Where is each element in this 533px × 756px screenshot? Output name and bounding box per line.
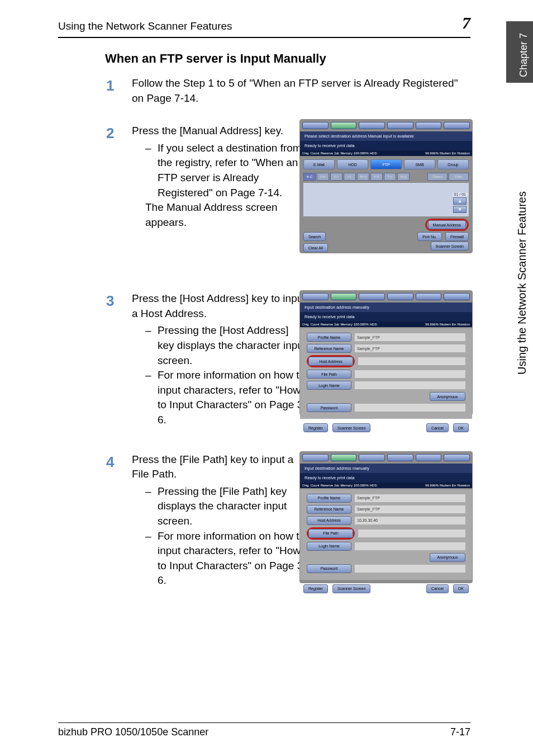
- nav-chip[interactable]: [416, 122, 442, 129]
- nav-chip[interactable]: [444, 122, 470, 129]
- nav-chip[interactable]: [359, 122, 385, 129]
- file-path-value: [355, 370, 465, 378]
- step-4-lead: Press the [File Path] key to input a Fil…: [132, 452, 306, 482]
- firewall-button[interactable]: Firewall: [445, 232, 469, 241]
- page-down-button[interactable]: ▼: [453, 206, 467, 213]
- nav-chip[interactable]: [302, 122, 329, 129]
- steps-container: 1 Follow the Step 1 to 5 of "When an FTP…: [106, 76, 469, 598]
- nav-chip[interactable]: [387, 454, 413, 461]
- page-up-button[interactable]: ▲: [453, 197, 467, 205]
- tab-smb[interactable]: SMB: [404, 159, 435, 169]
- alpha-filter[interactable]: W-Z: [397, 173, 410, 181]
- alpha-daily[interactable]: Daily: [449, 173, 469, 181]
- status-ready: Ready to receive print data: [300, 312, 472, 322]
- nav-chip[interactable]: [387, 293, 413, 300]
- alpha-filter[interactable]: M-O: [357, 173, 369, 181]
- manual-address-button[interactable]: Manual Address: [428, 220, 466, 229]
- password-button[interactable]: Password: [307, 403, 351, 412]
- alpha-filter[interactable]: D-F: [317, 173, 329, 181]
- nav-chip[interactable]: [444, 454, 470, 461]
- anonymous-button[interactable]: Anonymous: [430, 392, 465, 401]
- status-ready: Ready to receive print data: [300, 141, 472, 150]
- profile-name-value: Sample_FTP: [355, 333, 465, 341]
- nav-chip-scan[interactable]: [331, 454, 357, 461]
- register-button[interactable]: Register: [303, 423, 328, 432]
- step-4-sub1: Pressing the [File Path] key displays th…: [145, 484, 307, 529]
- cancel-button[interactable]: Cancel: [426, 423, 449, 432]
- host-address-highlight: Host Address: [307, 355, 355, 367]
- port-no-button[interactable]: Port No.: [417, 232, 442, 241]
- screenshot-header-text: Input destination address manually: [300, 303, 472, 312]
- status-item: Orig. Count: [302, 323, 320, 326]
- tab-email[interactable]: E-Mail: [303, 159, 335, 169]
- alpha-filter[interactable]: T-V: [384, 173, 396, 181]
- section-title: When an FTP server is Input Manually: [105, 51, 326, 66]
- reference-name-value: Sample_FTP: [355, 505, 465, 513]
- reference-name-button[interactable]: Reference Name: [307, 505, 351, 514]
- tab-hdd[interactable]: HDD: [337, 159, 368, 169]
- status-item: 99.996%: [425, 152, 439, 155]
- screenshot-destination-list: Please select destination address Manual…: [299, 119, 473, 253]
- reference-name-button[interactable]: Reference Name: [307, 344, 351, 353]
- tab-ftp[interactable]: FTP: [370, 159, 402, 169]
- host-address-button[interactable]: Host Address: [307, 516, 351, 525]
- scanner-screen-button[interactable]: Scanner Screen: [332, 423, 370, 432]
- nav-chip[interactable]: [359, 454, 385, 461]
- alpha-filter[interactable]: J-L: [344, 173, 356, 181]
- file-path-button[interactable]: File Path: [307, 370, 351, 379]
- ok-button[interactable]: OK: [453, 584, 469, 593]
- login-name-value: [355, 542, 465, 550]
- nav-chip[interactable]: [359, 293, 385, 300]
- profile-name-button[interactable]: Profile Name: [307, 494, 351, 503]
- profile-name-value: Sample_FTP: [355, 494, 465, 502]
- status-item: Orig. Count: [302, 484, 320, 487]
- nav-chip[interactable]: [302, 293, 329, 300]
- scanner-screen-button[interactable]: Scanner Screen: [332, 584, 370, 593]
- host-address-button[interactable]: Host Address: [308, 357, 353, 366]
- alpha-filter[interactable]: P-S: [370, 173, 383, 181]
- anonymous-button[interactable]: Anonymous: [430, 553, 465, 562]
- status-row: Orig. Count Reserve Job Memory 100.000% …: [300, 483, 472, 488]
- host-address-value: [358, 357, 465, 365]
- alpha-filter[interactable]: A-C: [303, 173, 316, 181]
- search-button[interactable]: Search: [303, 232, 326, 241]
- nav-chip-scan[interactable]: [331, 293, 357, 300]
- breadcrumb: Using the Network Scanner Features: [58, 20, 232, 32]
- register-button[interactable]: Register: [303, 584, 328, 593]
- file-path-button[interactable]: File Path: [308, 529, 353, 538]
- alpha-others[interactable]: Others: [427, 173, 448, 181]
- scanner-screen-button[interactable]: Scanner Screen: [431, 242, 469, 251]
- destination-list-area: [303, 183, 469, 216]
- cancel-button[interactable]: Cancel: [426, 584, 449, 593]
- step-4-sub2: For more information on how to input cha…: [145, 529, 307, 588]
- screenshot-header-text: Please select destination address Manual…: [300, 131, 472, 141]
- status-ready: Ready to receive print data: [300, 473, 472, 483]
- status-item: Memory 100.000%: [340, 323, 368, 326]
- status-row: Orig. Count Reserve Job Memory 100.000% …: [300, 150, 472, 156]
- step-3-lead: Press the [Host Address] key to input a …: [132, 291, 306, 321]
- status-item: Reserve Job: [321, 323, 340, 326]
- footer-page-number: 7-17: [450, 726, 470, 738]
- status-item: Memory 100.000%: [340, 152, 368, 155]
- file-path-highlight: File Path: [307, 527, 355, 540]
- alpha-filter[interactable]: G-I: [330, 173, 342, 181]
- login-name-button[interactable]: Login Name: [307, 542, 351, 551]
- step-4: 4 Press the [File Path] key to input a F…: [106, 452, 469, 598]
- clear-all-button[interactable]: Clear All: [303, 243, 328, 252]
- step-3: 3 Press the [Host Address] key to input …: [106, 291, 469, 427]
- tab-group[interactable]: Group: [437, 159, 469, 169]
- nav-chip[interactable]: [444, 293, 470, 300]
- nav-chip[interactable]: [387, 122, 413, 129]
- ok-button[interactable]: OK: [453, 423, 469, 432]
- step-1-number: 1: [106, 77, 114, 94]
- manual-address-highlight: Manual Address: [425, 219, 469, 231]
- nav-chip[interactable]: [416, 293, 442, 300]
- profile-name-button[interactable]: Profile Name: [307, 333, 351, 342]
- nav-chip[interactable]: [302, 454, 329, 461]
- password-button[interactable]: Password: [307, 564, 351, 573]
- nav-chip-scan[interactable]: [331, 122, 357, 129]
- nav-chip[interactable]: [416, 454, 442, 461]
- login-name-button[interactable]: Login Name: [307, 381, 351, 390]
- status-item: Modem Err: [440, 484, 456, 487]
- screenshot-file-path-form: Input destination address manually Ready…: [299, 451, 473, 583]
